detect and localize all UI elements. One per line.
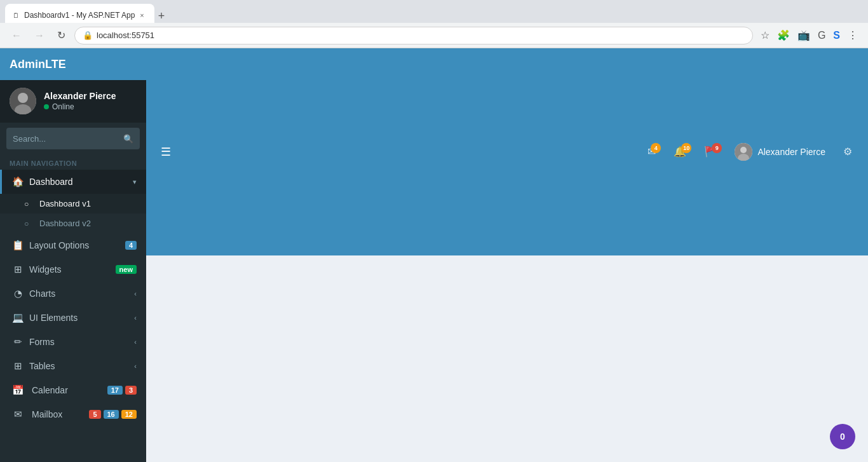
sidebar-item-label-calendar: Calendar xyxy=(32,385,105,395)
sidebar-search-container: 🔍 xyxy=(0,123,146,154)
calendar-icon: 📅 xyxy=(11,384,24,396)
sidebar-item-label-widgets: Widgets xyxy=(29,264,116,275)
chevron-right-icon-ui: ‹ xyxy=(134,314,137,322)
sidebar-item-label-tables: Tables xyxy=(29,361,134,371)
sidebar-user-panel: Alexander Pierce Online xyxy=(0,80,146,123)
reload-button[interactable]: ↻ xyxy=(53,27,69,44)
sidebar-subitem-label-v2: Dashboard v2 xyxy=(39,219,137,228)
search-icon: 🔍 xyxy=(123,134,133,144)
lock-icon: 🔒 xyxy=(83,31,93,40)
sidebar-item-calendar[interactable]: 📅 Calendar 17 3 xyxy=(0,378,146,402)
dashboard-icon: 🏠 xyxy=(11,176,24,187)
sidebar-item-ui-elements[interactable]: 💻 UI Elements ‹ xyxy=(0,306,146,330)
nav-header: MAIN NAVIGATION xyxy=(0,154,146,170)
sidebar-item-label-ui: UI Elements xyxy=(29,313,134,323)
sidebar-subitem-dashboard-v1[interactable]: ○ Dashboard v1 xyxy=(0,194,146,214)
sidebar-item-forms[interactable]: ✏ Forms ‹ xyxy=(0,330,146,354)
brand-area: AdminLTE xyxy=(0,48,146,80)
sidebar-user-status: Online xyxy=(44,102,137,111)
sidebar: AdminLTE Alexander Pierce Online xyxy=(0,48,146,462)
menu-button[interactable]: ⋮ xyxy=(845,27,860,44)
navbar-user[interactable]: Alexander Pierce xyxy=(728,139,832,165)
app-wrapper: AdminLTE Alexander Pierce Online xyxy=(0,48,868,462)
widgets-badge: new xyxy=(116,265,137,274)
sidebar-item-label-forms: Forms xyxy=(29,337,134,347)
tab-favicon: 🗒 xyxy=(13,12,19,19)
circle-icon-v2: ○ xyxy=(24,219,34,228)
mail-badge: 4 xyxy=(651,143,661,153)
settings-button[interactable]: ⚙ xyxy=(837,142,858,161)
status-indicator xyxy=(44,104,49,109)
navbar-user-name: Alexander Pierce xyxy=(757,147,825,157)
sidebar-item-widgets[interactable]: ⊞ Widgets new xyxy=(0,257,146,282)
browser-chrome: 🗒 Dashboardv1 - My ASP.NET App × + ← → ↻… xyxy=(0,0,868,48)
sidebar-item-layout-options[interactable]: 📋 Layout Options 4 xyxy=(0,233,146,257)
mailbox-badge-2: 16 xyxy=(104,410,119,419)
sidebar-item-dashboard[interactable]: 🏠 Dashboard ▾ xyxy=(0,170,146,194)
tab-close-button[interactable]: × xyxy=(140,11,144,19)
translate-button[interactable]: G xyxy=(815,27,828,44)
forms-icon: ✏ xyxy=(11,336,24,348)
ui-elements-icon: 💻 xyxy=(11,312,24,323)
floating-badge-value: 0 xyxy=(840,431,845,442)
sidebar-item-label-charts: Charts xyxy=(29,289,134,299)
browser-toolbar: ← → ↻ 🔒 localhost:55751 ☆ 🧩 📺 G S ⋮ xyxy=(0,23,868,48)
widgets-icon: ⊞ xyxy=(11,264,24,275)
sidebar-toggle-button[interactable]: ☰ xyxy=(156,142,176,161)
forward-button[interactable]: → xyxy=(31,27,48,44)
mail-button[interactable]: ✉ 4 xyxy=(641,142,662,161)
calendar-badge-2: 3 xyxy=(125,386,137,395)
tables-icon: ⊞ xyxy=(11,360,24,372)
url-text: localhost:55751 xyxy=(97,31,154,40)
sidebar-item-mailbox[interactable]: ✉ Mailbox 5 16 12 xyxy=(0,402,146,426)
sidebar-user-name: Alexander Pierce xyxy=(44,91,137,101)
top-navbar: ☰ ✉ 4 🔔 10 🚩 9 xyxy=(146,48,868,255)
charts-icon: ◔ xyxy=(11,288,24,299)
bookmark-button[interactable]: ☆ xyxy=(758,27,772,44)
mailbox-badge-3: 12 xyxy=(121,410,137,419)
svg-point-4 xyxy=(740,147,747,153)
mailbox-icon: ✉ xyxy=(11,409,24,420)
floating-badge[interactable]: 0 xyxy=(830,424,855,449)
browser-tab[interactable]: 🗒 Dashboardv1 - My ASP.NET App × xyxy=(5,4,154,23)
tab-title: Dashboardv1 - My ASP.NET App xyxy=(24,11,135,20)
brand-logo: AdminLTE xyxy=(10,58,66,71)
mailbox-badge-1: 5 xyxy=(89,410,100,419)
new-tab-button[interactable]: + xyxy=(154,10,169,23)
flag-button[interactable]: 🚩 9 xyxy=(698,142,723,161)
sidebar-avatar xyxy=(10,88,36,114)
notifications-button[interactable]: 🔔 10 xyxy=(667,142,693,161)
sidebar-item-tables[interactable]: ⊞ Tables ‹ xyxy=(0,354,146,378)
calendar-badge-1: 17 xyxy=(107,386,123,395)
back-button[interactable]: ← xyxy=(8,27,25,44)
sidebar-subitem-label-v1: Dashboard v1 xyxy=(39,199,137,208)
content-wrapper xyxy=(146,255,868,463)
browser-actions: ☆ 🧩 📺 G S ⋮ xyxy=(758,27,860,44)
notification-badge: 10 xyxy=(681,143,691,153)
status-label: Online xyxy=(52,102,74,111)
navbar-user-avatar xyxy=(735,143,752,161)
sidebar-item-label-mailbox: Mailbox xyxy=(32,409,86,419)
avatar-icon xyxy=(735,143,752,161)
navbar-right: ✉ 4 🔔 10 🚩 9 xyxy=(641,139,858,165)
sidebar-user-info: Alexander Pierce Online xyxy=(44,91,137,111)
chevron-right-icon-charts: ‹ xyxy=(134,290,137,297)
search-input[interactable] xyxy=(6,128,140,149)
sidebar-item-label-layout: Layout Options xyxy=(29,240,125,250)
sidebar-item-label-dashboard: Dashboard xyxy=(29,177,133,187)
profile-button[interactable]: S xyxy=(831,27,843,44)
layout-icon: 📋 xyxy=(11,240,24,251)
layout-badge: 4 xyxy=(125,241,137,250)
flag-badge: 9 xyxy=(712,143,722,153)
search-wrapper: 🔍 xyxy=(6,128,140,149)
sidebar-subitem-dashboard-v2[interactable]: ○ Dashboard v2 xyxy=(0,214,146,233)
circle-icon-v1: ○ xyxy=(24,200,34,208)
gear-icon: ⚙ xyxy=(843,146,852,157)
extension-button[interactable]: 🧩 xyxy=(775,27,792,44)
address-bar[interactable]: 🔒 localhost:55751 xyxy=(74,27,753,44)
chevron-right-icon-tables: ‹ xyxy=(134,362,137,370)
sidebar-item-charts[interactable]: ◔ Charts ‹ xyxy=(0,282,146,306)
svg-point-1 xyxy=(18,93,28,103)
avatar-svg xyxy=(10,88,36,114)
chromecast-button[interactable]: 📺 xyxy=(795,27,813,44)
